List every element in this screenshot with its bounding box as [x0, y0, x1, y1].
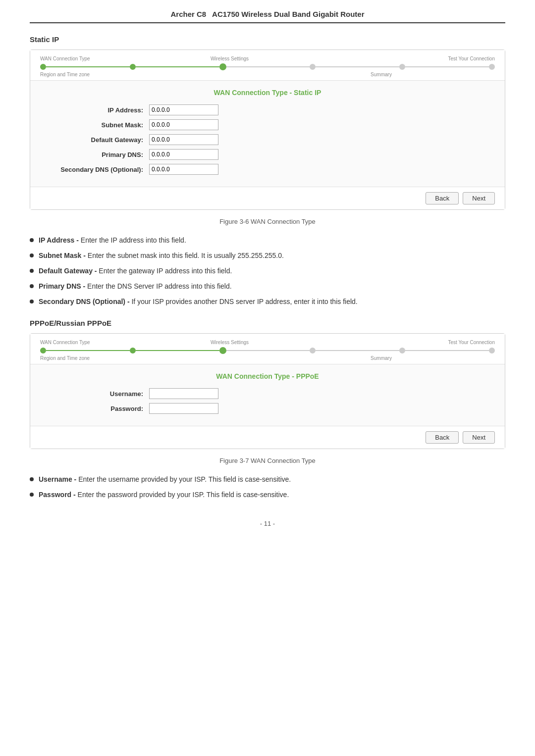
- bullet-dns-secondary: Secondary DNS (Optional) - If your ISP p…: [30, 297, 505, 307]
- step2-bottom-label-2: [116, 355, 192, 361]
- section-static-ip: Static IP WAN Connection Type Wireless S…: [30, 35, 505, 307]
- step-label-wireless: Wireless Settings: [192, 56, 268, 61]
- bullet-dot-4: [30, 284, 34, 288]
- figure-caption-2: Figure 3-7 WAN Connection Type: [30, 457, 505, 464]
- step2-dot-6: [489, 348, 495, 353]
- back-button-2[interactable]: Back: [426, 431, 459, 444]
- bullet-dns-primary: Primary DNS - Enter the DNS Server IP ad…: [30, 281, 505, 292]
- progress-bar-area-2: WAN Connection Type Wireless Settings Te…: [30, 334, 505, 364]
- wizard-box-static-ip: WAN Connection Type Wireless Settings Te…: [30, 50, 505, 210]
- subnet-input[interactable]: [149, 119, 218, 130]
- step2-bottom-label-6: [419, 355, 495, 361]
- back-button-1[interactable]: Back: [426, 192, 459, 204]
- step-dot-3-active: [219, 63, 226, 70]
- username-input[interactable]: [149, 388, 218, 399]
- bullet-list-1: IP Address - Enter the IP address into t…: [30, 235, 505, 307]
- step2-label-empty3: [343, 340, 419, 345]
- bullet-dot-3: [30, 269, 34, 273]
- step-dot-6: [489, 64, 495, 70]
- step2-bottom-label-5: Summary: [343, 355, 419, 361]
- gateway-input[interactable]: [149, 134, 218, 145]
- password-label: Password:: [50, 405, 149, 412]
- bullet-text-ip: IP Address - Enter the IP address into t…: [39, 235, 186, 246]
- step-label-wan: WAN Connection Type: [40, 56, 116, 61]
- step2-dot-2: [130, 348, 136, 353]
- bullet-text-password: Password - Enter the password provided b…: [39, 490, 289, 500]
- section-pppoe: PPPoE/Russian PPPoE WAN Connection Type …: [30, 319, 505, 500]
- step-label-empty3: [343, 56, 419, 61]
- figure-caption-1: Figure 3-6 WAN Connection Type: [30, 218, 505, 225]
- form-row-gateway: Default Gateway:: [50, 134, 485, 145]
- step-dot-2: [130, 64, 136, 70]
- bullet-text-dns-secondary: Secondary DNS (Optional) - If your ISP p…: [39, 297, 358, 307]
- step-bottom-label-3: [192, 72, 268, 77]
- dns-primary-input[interactable]: [149, 149, 218, 160]
- step-label-empty2: [268, 56, 343, 61]
- step-line-1: [46, 66, 130, 67]
- step2-bottom-label-3: [192, 355, 268, 361]
- step2-dot-4: [310, 348, 316, 353]
- form-row-username: Username:: [50, 388, 485, 399]
- step-line-3: [226, 66, 310, 67]
- step2-bottom-label-4: [268, 355, 343, 361]
- page-header: Archer C8 AC1750 Wireless Dual Band Giga…: [30, 10, 505, 23]
- wizard-footer-2: Back Next: [30, 426, 505, 449]
- dns-primary-label: Primary DNS:: [50, 151, 149, 158]
- bullet-username: Username - Enter the username provided b…: [30, 474, 505, 485]
- step2-label-wan: WAN Connection Type: [40, 340, 116, 345]
- bullet-dot-1: [30, 238, 34, 242]
- wizard-subtitle-static: WAN Connection Type - Static IP: [50, 89, 485, 97]
- bullet-text-subnet: Subnet Mask - Enter the subnet mask into…: [39, 251, 284, 261]
- subnet-label: Subnet Mask:: [50, 121, 149, 129]
- gateway-label: Default Gateway:: [50, 136, 149, 144]
- step2-label-empty1: [116, 340, 192, 345]
- step-bottom-label-1: Region and Time zone: [40, 72, 116, 77]
- form-row-subnet: Subnet Mask:: [50, 119, 485, 130]
- page-number: - 11 -: [30, 520, 505, 527]
- bullet-dot-u2: [30, 493, 34, 497]
- dns-secondary-label: Secondary DNS (Optional):: [50, 166, 149, 173]
- ip-label: IP Address:: [50, 106, 149, 114]
- step-dot-5: [399, 64, 405, 70]
- bullet-dot-u1: [30, 477, 34, 481]
- step-label-empty1: [116, 56, 192, 61]
- step2-dot-3-active: [219, 347, 226, 354]
- step2-label-wireless: Wireless Settings: [192, 340, 268, 345]
- step2-line-1: [46, 350, 130, 351]
- password-input[interactable]: [149, 403, 218, 414]
- step2-line-2: [136, 350, 219, 351]
- form-row-dns-primary: Primary DNS:: [50, 149, 485, 160]
- step2-label-test: Test Your Connection: [419, 340, 495, 345]
- wizard-footer-1: Back Next: [30, 187, 505, 209]
- bullet-gateway: Default Gateway - Enter the gateway IP a…: [30, 266, 505, 276]
- step-dot-4: [310, 64, 316, 70]
- bullet-dot-2: [30, 253, 34, 257]
- ip-input[interactable]: [149, 104, 218, 115]
- step-line-2: [136, 66, 219, 67]
- step2-dot-1: [40, 348, 46, 353]
- bullet-text-username: Username - Enter the username provided b…: [39, 474, 291, 485]
- step2-bottom-label-1: Region and Time zone: [40, 355, 116, 361]
- bullet-dot-5: [30, 300, 34, 303]
- username-label: Username:: [50, 390, 149, 398]
- next-button-2[interactable]: Next: [463, 431, 495, 444]
- bullet-ip: IP Address - Enter the IP address into t…: [30, 235, 505, 246]
- step-bottom-label-6: [419, 72, 495, 77]
- wizard-form-static-ip: WAN Connection Type - Static IP IP Addre…: [30, 81, 505, 187]
- step2-label-empty2: [268, 340, 343, 345]
- wizard-box-pppoe: WAN Connection Type Wireless Settings Te…: [30, 333, 505, 449]
- brand-name: Archer C8: [170, 10, 206, 18]
- section1-heading: Static IP: [30, 35, 505, 44]
- next-button-1[interactable]: Next: [463, 192, 495, 204]
- step-line-4: [316, 66, 399, 67]
- dns-secondary-input[interactable]: [149, 164, 218, 175]
- bullet-password: Password - Enter the password provided b…: [30, 490, 505, 500]
- step-bottom-label-4: [268, 72, 343, 77]
- wizard-form-pppoe: WAN Connection Type - PPPoE Username: Pa…: [30, 364, 505, 426]
- step2-dot-5: [399, 348, 405, 353]
- step2-line-5: [405, 350, 489, 351]
- form-row-dns-secondary: Secondary DNS (Optional):: [50, 164, 485, 175]
- step-bottom-label-2: [116, 72, 192, 77]
- section2-heading: PPPoE/Russian PPPoE: [30, 319, 505, 327]
- step-dot-1: [40, 64, 46, 70]
